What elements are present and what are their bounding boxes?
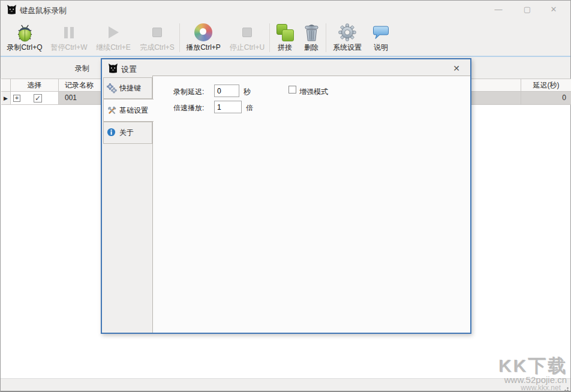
beetle-record-icon	[3, 22, 46, 43]
enhance-mode-label: 增强模式	[299, 87, 328, 97]
tab-hotkeys[interactable]: 快捷键	[103, 77, 152, 99]
tab-basic-settings[interactable]: 基础设置	[103, 99, 154, 122]
column-header-select[interactable]: 选择	[11, 79, 59, 92]
trash-icon	[298, 22, 324, 43]
splice-button[interactable]: 拼接	[272, 20, 298, 55]
finish-label: 完成Ctrl+S	[136, 43, 179, 53]
resize-grip[interactable]	[563, 386, 569, 391]
record-label: 录制Ctrl+Q	[3, 43, 46, 53]
system-settings-label: 系统设置	[328, 43, 366, 53]
playback-speed-label: 倍速播放:	[173, 103, 204, 113]
pause-icon	[47, 22, 91, 43]
minimize-button[interactable]: —	[486, 1, 510, 19]
toolbar-separator	[269, 23, 270, 52]
stop-button[interactable]: 停止Ctrl+U	[226, 20, 269, 55]
info-icon	[107, 128, 117, 138]
record-delay-unit: 秒	[244, 87, 251, 97]
tab-about-label: 关于	[119, 128, 134, 138]
tab-basic-settings-label: 基础设置	[119, 105, 148, 116]
toolbar: 录制Ctrl+Q 暂停Ctrl+W 继续Ctrl+E 完成Ctrl+S 播放Ct…	[1, 19, 570, 56]
dialog-cat-icon	[108, 63, 118, 73]
row-delay-cell[interactable]: 0	[521, 92, 571, 105]
app-cat-icon	[7, 4, 17, 14]
row-expand-icon[interactable]: +	[13, 95, 20, 102]
play-circle-icon	[182, 22, 225, 43]
stop-square-icon	[226, 22, 269, 43]
play-button[interactable]: 播放Ctrl+P	[182, 20, 225, 55]
record-button[interactable]: 录制Ctrl+Q	[3, 20, 46, 55]
play-label: 播放Ctrl+P	[182, 43, 225, 53]
dialog-tab-panel	[152, 76, 470, 333]
maximize-button[interactable]: ▢	[515, 1, 539, 19]
speech-bubble-icon	[368, 22, 394, 43]
play-icon	[92, 22, 135, 43]
toolbar-separator	[326, 23, 326, 52]
close-button[interactable]: ✕	[542, 1, 566, 19]
gears-icon	[107, 83, 117, 94]
tools-icon	[107, 105, 117, 116]
settings-dialog: 设置 ✕	[101, 58, 471, 334]
pause-button[interactable]: 暂停Ctrl+W	[47, 20, 91, 55]
continue-label: 继续Ctrl+E	[92, 43, 135, 53]
dialog-title: 设置	[121, 64, 137, 75]
help-button[interactable]: 说明	[368, 20, 394, 55]
splice-squares-icon	[272, 22, 298, 43]
record-list-label: 录制	[75, 64, 89, 74]
delete-button[interactable]: 删除	[298, 20, 324, 55]
title-bar: 键盘鼠标录制 — ▢ ✕	[1, 1, 570, 19]
record-delay-input[interactable]	[214, 85, 239, 97]
column-header-delay[interactable]: 延迟(秒)	[521, 79, 571, 92]
finish-button[interactable]: 完成Ctrl+S	[136, 20, 179, 55]
toolbar-separator	[179, 23, 180, 52]
stop-square-icon	[136, 22, 179, 43]
system-settings-button[interactable]: 系统设置	[328, 20, 366, 55]
enhance-mode-checkbox[interactable]	[288, 86, 296, 94]
status-bar	[1, 378, 570, 391]
row-arrow-icon: ▶	[4, 95, 8, 101]
row-indicator-header	[1, 79, 11, 92]
continue-button[interactable]: 继续Ctrl+E	[92, 20, 135, 55]
window-title: 键盘鼠标录制	[20, 5, 67, 16]
tab-about[interactable]: 关于	[103, 122, 152, 144]
help-label: 说明	[368, 43, 394, 53]
row-select-cell: + ✓	[11, 92, 59, 105]
record-delay-label: 录制延迟:	[173, 87, 204, 97]
row-indicator-cell: ▶	[1, 92, 11, 105]
delete-label: 删除	[298, 43, 324, 53]
dialog-close-button[interactable]: ✕	[450, 62, 463, 74]
app-window: 键盘鼠标录制 — ▢ ✕ 录制Ctrl+Q	[0, 0, 571, 392]
playback-speed-unit: 倍	[246, 103, 253, 113]
splice-label: 拼接	[272, 43, 298, 53]
stop-label: 停止Ctrl+U	[226, 43, 269, 53]
tab-hotkeys-label: 快捷键	[119, 83, 141, 94]
gear-icon	[328, 22, 366, 43]
playback-speed-input[interactable]	[214, 101, 242, 113]
pause-label: 暂停Ctrl+W	[47, 43, 91, 53]
row-checkbox[interactable]: ✓	[34, 94, 42, 102]
